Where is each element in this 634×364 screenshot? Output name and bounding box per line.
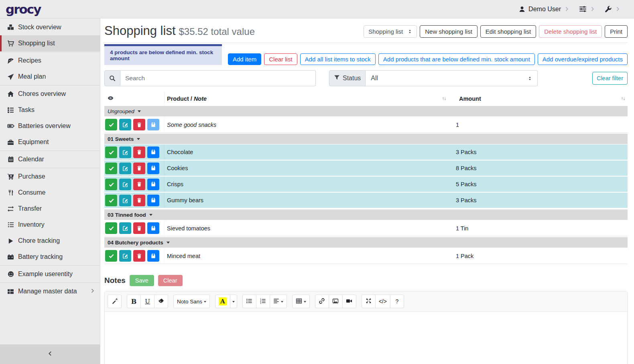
group-header-butchery-products[interactable]: 04 Butchery products: [104, 236, 628, 248]
add-overdue-button[interactable]: Add overdue/expired products: [538, 53, 628, 65]
chevron-right-icon: [615, 6, 620, 12]
add-below-min-stock-button[interactable]: Add products that are below defined min.…: [378, 53, 535, 65]
clear-list-button[interactable]: Clear list: [264, 53, 297, 65]
caret-down-icon: [149, 214, 152, 218]
sort-icon[interactable]: [620, 96, 626, 102]
sort-icon[interactable]: [441, 96, 447, 102]
table-row: Some good snacks 1: [104, 117, 628, 133]
sidebar-item-tasks[interactable]: Tasks: [0, 102, 100, 118]
code-view-button[interactable]: </>: [375, 295, 390, 308]
sidebar-collapse-button[interactable]: [0, 344, 100, 364]
sidebar-item-calendar[interactable]: Calendar: [0, 151, 100, 167]
fullscreen-button[interactable]: [362, 295, 376, 308]
edit-item-button[interactable]: [119, 250, 131, 262]
sidebar-item-manage-master-data[interactable]: Manage master data: [0, 283, 100, 299]
delete-item-button[interactable]: [133, 163, 145, 174]
ordered-list-button[interactable]: [256, 295, 270, 308]
edit-shopping-list-button[interactable]: Edit shopping list: [480, 25, 536, 38]
mark-done-button[interactable]: [105, 179, 117, 190]
sidebar-item-meal-plan[interactable]: Meal plan: [0, 69, 100, 85]
add-to-stock-button[interactable]: [147, 179, 159, 190]
unordered-list-button[interactable]: [242, 295, 256, 308]
style-magic-button[interactable]: [108, 295, 122, 308]
bold-button[interactable]: B: [127, 295, 141, 308]
sidebar-item-chore-tracking[interactable]: Chore tracking: [0, 233, 100, 249]
clear-formatting-button[interactable]: [154, 295, 168, 308]
sidebar-item-batteries-overview[interactable]: Batteries overview: [0, 118, 100, 134]
print-button[interactable]: Print: [605, 25, 628, 38]
mark-done-button[interactable]: [105, 195, 117, 206]
underline-button[interactable]: U: [140, 295, 154, 308]
add-to-stock-button[interactable]: [147, 146, 159, 158]
edit-item-button[interactable]: [119, 146, 131, 158]
delete-item-button[interactable]: [133, 222, 145, 234]
delete-item-button[interactable]: [133, 179, 145, 190]
amount-column-header[interactable]: Amount: [451, 92, 628, 105]
display-settings-menu[interactable]: [579, 5, 595, 13]
sidebar-item-equipment[interactable]: Equipment: [0, 134, 100, 150]
clear-notes-button[interactable]: Clear: [158, 275, 183, 286]
save-notes-button[interactable]: Save: [130, 275, 154, 286]
text-color-dropdown[interactable]: [230, 295, 237, 308]
paragraph-button[interactable]: [270, 295, 287, 308]
delete-shopping-list-button[interactable]: Delete shopping list: [539, 25, 602, 38]
mark-done-button[interactable]: [105, 163, 117, 174]
user-menu[interactable]: Demo User: [519, 6, 569, 13]
new-shopping-list-button[interactable]: New shopping list: [420, 25, 478, 38]
caret-down-icon: [167, 242, 170, 245]
add-item-button[interactable]: Add item: [228, 53, 261, 65]
edit-item-button[interactable]: [119, 119, 131, 130]
delete-item-button[interactable]: [133, 195, 145, 206]
add-to-stock-button[interactable]: [147, 163, 159, 174]
clear-filter-button[interactable]: Clear filter: [592, 72, 628, 85]
edit-item-button[interactable]: [119, 195, 131, 206]
add-all-to-stock-button[interactable]: Add all list items to stock: [300, 53, 376, 65]
mark-done-button[interactable]: [105, 250, 117, 262]
visibility-column-header[interactable]: [104, 92, 165, 105]
add-to-stock-button[interactable]: [147, 222, 159, 234]
sidebar-item-example-userentity[interactable]: Example userentity: [0, 266, 100, 282]
sidebar-item-stock-overview[interactable]: Stock overview: [0, 19, 100, 35]
add-to-stock-button[interactable]: [147, 250, 159, 262]
insert-video-button[interactable]: [342, 295, 356, 308]
notes-editing-area[interactable]: [105, 312, 627, 364]
add-to-stock-button[interactable]: [147, 195, 159, 206]
group-header-sweets[interactable]: 01 Sweets: [104, 133, 628, 144]
cart-plus-icon: [7, 173, 14, 180]
sidebar-item-transfer[interactable]: Transfer: [0, 201, 100, 217]
mark-done-button[interactable]: [105, 119, 117, 130]
sidebar-item-chores-overview[interactable]: Chores overview: [0, 86, 100, 102]
shopping-list-select[interactable]: Shopping list: [364, 25, 417, 38]
insert-link-button[interactable]: [315, 295, 329, 308]
product-column-header[interactable]: Product / Note: [165, 92, 451, 105]
insert-table-button[interactable]: [292, 295, 310, 308]
insert-image-button[interactable]: [329, 295, 343, 308]
delete-item-button[interactable]: [133, 146, 145, 158]
align-icon: [273, 298, 279, 305]
delete-item-button[interactable]: [133, 250, 145, 262]
edit-item-button[interactable]: [119, 179, 131, 190]
admin-settings-menu[interactable]: [605, 6, 620, 13]
delete-item-button[interactable]: [133, 119, 145, 130]
edit-item-button[interactable]: [119, 163, 131, 174]
wrench-icon: [605, 6, 612, 13]
text-color-button[interactable]: A: [215, 295, 230, 308]
sidebar-item-battery-tracking[interactable]: Battery tracking: [0, 249, 100, 265]
sidebar-item-inventory[interactable]: Inventory: [0, 217, 100, 233]
group-header-ungrouped[interactable]: Ungrouped: [104, 105, 628, 117]
search-input[interactable]: [120, 70, 316, 86]
group-header-tinned-food[interactable]: 03 Tinned food: [104, 209, 628, 220]
mark-done-button[interactable]: [105, 146, 117, 158]
font-family-button[interactable]: Noto Sans: [173, 295, 210, 308]
edit-item-button[interactable]: [119, 222, 131, 234]
filter-icon: [334, 75, 340, 82]
sidebar-item-recipes[interactable]: Recipes: [0, 53, 100, 69]
sidebar-item-shopping-list[interactable]: Shopping list: [0, 35, 100, 51]
sidebar-item-consume[interactable]: Consume: [0, 185, 100, 201]
status-filter-select[interactable]: All: [366, 70, 538, 86]
help-button[interactable]: ?: [390, 295, 404, 308]
sidebar-item-purchase[interactable]: Purchase: [0, 169, 100, 185]
shopping-cart-icon: [7, 40, 14, 47]
mark-done-button[interactable]: [105, 222, 117, 234]
add-to-stock-button[interactable]: [147, 119, 159, 130]
